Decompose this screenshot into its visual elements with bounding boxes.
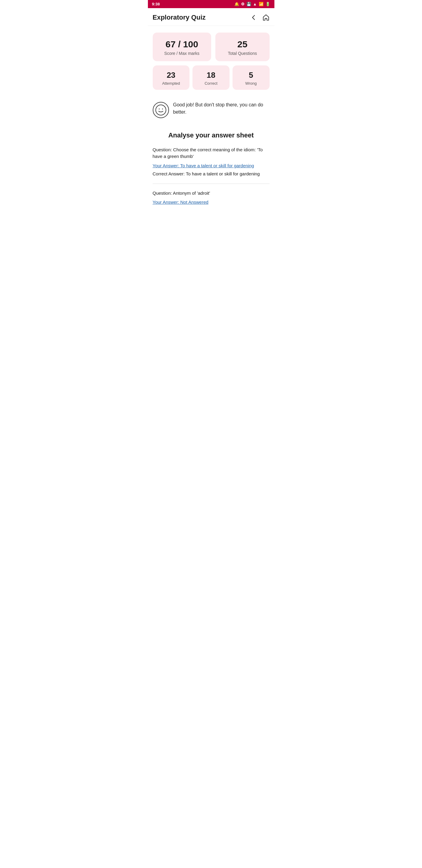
- score-card: 67 / 100 Score / Max marks: [153, 33, 211, 61]
- correct-card: 18 Correct: [192, 65, 230, 90]
- score-value: 67 / 100: [165, 39, 198, 49]
- main-content: 67 / 100 Score / Max marks 25 Total Ques…: [148, 26, 274, 216]
- analyse-title: Analyse your answer sheet: [153, 131, 269, 139]
- settings-icon: ⚙: [241, 2, 245, 6]
- wrong-value: 5: [249, 71, 253, 80]
- question-item: Question: Choose the correct meaning of …: [153, 147, 269, 184]
- total-questions-value: 25: [237, 39, 247, 49]
- status-time: 9:38: [152, 2, 160, 6]
- svg-point-2: [162, 108, 163, 110]
- attempted-value: 23: [167, 71, 175, 80]
- header-actions: [250, 14, 269, 21]
- stats-bottom-row: 23 Attempted 18 Correct 5 Wrong: [153, 65, 269, 90]
- signal-icon: 📶: [259, 2, 264, 6]
- svg-point-0: [156, 105, 166, 115]
- score-label: Score / Max marks: [164, 51, 199, 56]
- your-answer-text: Your Answer: To have a talent or skill f…: [153, 162, 269, 169]
- feedback-text: Good job! But don't stop there, you can …: [173, 101, 269, 116]
- correct-label: Correct: [204, 81, 218, 86]
- smiley-icon: [153, 102, 169, 118]
- wifi-icon: ▲: [253, 2, 257, 6]
- question-text: Question: Choose the correct meaning of …: [153, 147, 269, 160]
- battery-icon: 🔋: [265, 2, 270, 6]
- status-bar: 9:38 🔔 ⚙ 💾 ▲ 📶 🔋: [148, 0, 274, 8]
- question-text: Question: Antonym of 'adroit': [153, 190, 269, 197]
- attempted-card: 23 Attempted: [153, 65, 190, 90]
- attempted-label: Attempted: [162, 81, 180, 86]
- storage-icon: 💾: [247, 2, 251, 6]
- total-questions-label: Total Questions: [228, 51, 257, 56]
- page-title: Exploratory Quiz: [153, 13, 206, 22]
- question-item: Question: Antonym of 'adroit' Your Answe…: [153, 190, 269, 206]
- correct-answer-text: Correct Answer: To have a talent or skil…: [153, 170, 269, 178]
- home-button[interactable]: [262, 14, 269, 21]
- svg-point-1: [159, 108, 160, 110]
- wrong-label: Wrong: [245, 81, 257, 86]
- correct-value: 18: [207, 71, 215, 80]
- back-button[interactable]: [250, 14, 257, 21]
- total-questions-card: 25 Total Questions: [215, 33, 269, 61]
- notification-icon: 🔔: [234, 2, 239, 6]
- feedback-section: Good job! But don't stop there, you can …: [153, 99, 269, 121]
- stats-top-row: 67 / 100 Score / Max marks 25 Total Ques…: [153, 33, 269, 61]
- time-display: 9:38: [152, 2, 160, 6]
- status-icons: 🔔 ⚙ 💾 ▲ 📶 🔋: [234, 2, 270, 6]
- your-answer-text: Your Answer: Not Answered: [153, 199, 269, 206]
- wrong-card: 5 Wrong: [232, 65, 269, 90]
- header: Exploratory Quiz: [148, 8, 274, 26]
